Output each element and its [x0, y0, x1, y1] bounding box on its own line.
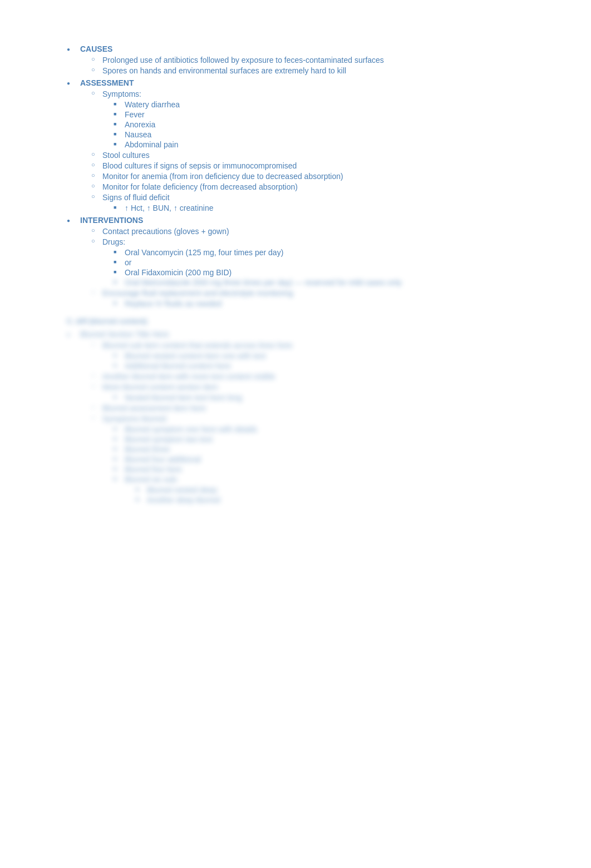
list-item: ↑ Hct, ↑ BUN, ↑ creatinine — [114, 204, 456, 212]
drugs-label: Drugs: — [102, 237, 125, 246]
list-item: Monitor for folate deficiency (from decr… — [91, 182, 456, 191]
blurred-list-item: Blurred Section Title Here Blurred sub i… — [67, 330, 456, 504]
blurred-item: Symptoms blurred: Blurred symptom one he… — [91, 414, 456, 504]
list-item: Spores on hands and environmental surfac… — [91, 66, 456, 75]
blurred-item: Blurred nested deep — [136, 485, 456, 494]
blurred-item: Blurred three — [114, 445, 456, 454]
list-item-assessment: ASSESSMENT Symptoms: Watery diarrhea Fev… — [67, 78, 456, 212]
drug-2: Oral Fidaxomicin (200 mg BID) — [125, 268, 232, 277]
blurred-item: Blurred sub item content that extends ac… — [91, 341, 456, 370]
blurred-section: C. diff (blurred content) Blurred Sectio… — [67, 317, 456, 504]
content-area: CAUSES Prolonged use of antibiotics foll… — [67, 44, 456, 504]
assessment-label: ASSESSMENT — [80, 78, 134, 87]
symptom-2: Fever — [125, 110, 145, 119]
main-list: CAUSES Prolonged use of antibiotics foll… — [67, 44, 456, 308]
blurred-item: Another blurred item with more text cont… — [91, 372, 456, 381]
causes-item-1: Prolonged use of antibiotics followed by… — [102, 56, 384, 65]
blurred-item: Blurred symptom two text — [114, 435, 456, 444]
blurred-item: Blurred five here — [114, 465, 456, 474]
blurred-item: Blurred nested content item one with tex… — [114, 351, 456, 360]
list-item-or: or — [114, 258, 456, 267]
blurred-item: Additional blurred content here — [114, 361, 456, 370]
symptom-4: Nausea — [125, 130, 151, 139]
symptom-5: Abdominal pain — [125, 140, 179, 149]
causes-item-2: Spores on hands and environmental surfac… — [102, 66, 346, 75]
list-item: Stool cultures — [91, 151, 456, 160]
list-item-causes: CAUSES Prolonged use of antibiotics foll… — [67, 44, 456, 75]
list-item: Fever — [114, 110, 456, 119]
symptoms-label: Symptoms: — [102, 90, 141, 98]
blurred-item: Blurred four additional — [114, 455, 456, 464]
list-item: Blood cultures if signs of sepsis or imm… — [91, 161, 456, 170]
monitor-anemia: Monitor for anemia (from iron deficiency… — [102, 172, 343, 181]
list-item-blurred: Oral Metronidazole (500 mg three times p… — [114, 278, 456, 287]
blurred-item: Nested blurred item text here long — [114, 393, 456, 402]
symptom-1: Watery diarrhea — [125, 100, 180, 109]
list-item: Abdominal pain — [114, 140, 456, 149]
list-item: Watery diarrhea — [114, 100, 456, 109]
list-item-blurred-2: Encourage fluid replacement and electrol… — [91, 289, 456, 308]
list-item: Monitor for anemia (from iron deficiency… — [91, 172, 456, 181]
signs-fluid-deficit: Signs of fluid deficit — [102, 193, 170, 202]
monitor-folate: Monitor for folate deficiency (from decr… — [102, 182, 298, 191]
interventions-list: Contact precautions (gloves + gown) Drug… — [91, 227, 456, 308]
assessment-list: Symptoms: Watery diarrhea Fever Anorexia… — [91, 90, 456, 212]
drug-1: Oral Vancomycin (125 mg, four times per … — [125, 248, 283, 257]
symptoms-list: Watery diarrhea Fever Anorexia Nausea Ab… — [114, 100, 456, 149]
blurred-item: More blurred content section item Nested… — [91, 383, 456, 402]
fluid-deficit-item-1: ↑ Hct, ↑ BUN, ↑ creatinine — [125, 204, 214, 212]
fluid-deficit-list: ↑ Hct, ↑ BUN, ↑ creatinine — [114, 204, 456, 212]
drugs-list: Oral Vancomycin (125 mg, four times per … — [114, 248, 456, 287]
list-item: Oral Vancomycin (125 mg, four times per … — [114, 248, 456, 257]
list-item-interventions: INTERVENTIONS Contact precautions (glove… — [67, 216, 456, 308]
blurred-drug-text: Oral Metronidazole (500 mg three times p… — [125, 278, 402, 287]
stool-cultures: Stool cultures — [102, 151, 150, 160]
blurred-item: Blurred assessment item here — [91, 404, 456, 413]
blurred-item: Blurred six sub: Blurred nested deep Ano… — [114, 475, 456, 504]
blurred-item: Another deep blurred — [136, 495, 456, 504]
causes-list: Prolonged use of antibiotics followed by… — [91, 56, 456, 75]
list-item-fluid-deficit: Signs of fluid deficit ↑ Hct, ↑ BUN, ↑ c… — [91, 193, 456, 212]
list-item: Oral Fidaxomicin (200 mg BID) — [114, 268, 456, 277]
causes-label: CAUSES — [80, 44, 112, 53]
list-item: Nausea — [114, 130, 456, 139]
list-item: Contact precautions (gloves + gown) — [91, 227, 456, 236]
list-item: Anorexia — [114, 120, 456, 129]
blood-cultures: Blood cultures if signs of sepsis or imm… — [102, 161, 297, 170]
symptom-3: Anorexia — [125, 120, 155, 129]
list-item: Prolonged use of antibiotics followed by… — [91, 56, 456, 65]
list-item: Replace IV fluids as needed — [114, 299, 456, 308]
drug-or: or — [125, 258, 131, 267]
contact-precautions: Contact precautions (gloves + gown) — [102, 227, 229, 236]
list-item-symptoms: Symptoms: Watery diarrhea Fever Anorexia… — [91, 90, 456, 149]
blurred-item: Blurred symptom one here with details — [114, 425, 456, 434]
interventions-label: INTERVENTIONS — [80, 216, 143, 225]
list-item-drugs: Drugs: Oral Vancomycin (125 mg, four tim… — [91, 237, 456, 287]
